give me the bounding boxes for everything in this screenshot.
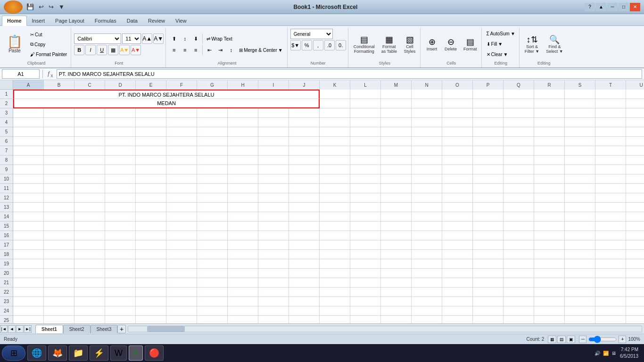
cell-K14[interactable] [320,212,350,222]
cell-A9[interactable] [13,165,44,174]
cell-C7[interactable] [74,146,105,156]
fill-button[interactable]: ⬇ Fill ▼ [485,39,505,49]
cell-A20[interactable] [13,269,44,278]
cell-J18[interactable] [289,250,320,259]
cell-I17[interactable] [258,240,289,250]
cell-H11[interactable] [228,184,258,193]
cell-G17[interactable] [197,240,228,250]
cell-D12[interactable] [105,193,136,203]
cell-U23[interactable] [626,297,644,306]
cell-U16[interactable] [626,231,644,240]
cell-E4[interactable] [136,118,166,127]
col-header-O[interactable]: O [442,80,473,90]
cell-F7[interactable] [166,146,197,156]
cell-U22[interactable] [626,288,644,297]
cell-E19[interactable] [136,259,166,269]
cell-U5[interactable] [626,127,644,137]
cell-N21[interactable] [412,278,442,288]
formula-input[interactable] [57,69,642,79]
cell-K24[interactable] [320,306,350,316]
cell-H23[interactable] [228,297,258,306]
cell-U24[interactable] [626,306,644,316]
cell-D17[interactable] [105,240,136,250]
cell-N12[interactable] [412,193,442,203]
start-button[interactable]: ⊞ [2,346,25,361]
row-num-9[interactable]: 9 [0,165,13,174]
cell-T16[interactable] [595,231,626,240]
align-right-btn[interactable]: ≡ [190,45,201,55]
sheet-add-btn[interactable]: + [117,325,126,333]
cell-R5[interactable] [534,127,565,137]
cell-R2[interactable] [534,99,565,108]
cell-I9[interactable] [258,165,289,174]
cell-H21[interactable] [228,278,258,288]
cell-B17[interactable] [44,240,74,250]
cell-T21[interactable] [595,278,626,288]
cell-K22[interactable] [320,288,350,297]
cell-S24[interactable] [565,306,595,316]
cell-Q18[interactable] [504,250,534,259]
copy-button[interactable]: ⧉ Copy [28,40,69,49]
cell-J19[interactable] [289,259,320,269]
cell-R9[interactable] [534,165,565,174]
cell-O23[interactable] [442,297,473,306]
cell-R4[interactable] [534,118,565,127]
cell-B22[interactable] [44,288,74,297]
cell-S23[interactable] [565,297,595,306]
cell-L1[interactable] [350,90,381,99]
cell-R11[interactable] [534,184,565,193]
cell-H18[interactable] [228,250,258,259]
cell-C23[interactable] [74,297,105,306]
cell-P14[interactable] [473,212,504,222]
col-header-L[interactable]: L [350,80,381,90]
bold-button[interactable]: B [74,45,84,55]
row-num-3[interactable]: 3 [0,108,13,118]
cell-D14[interactable] [105,212,136,222]
cell-O16[interactable] [442,231,473,240]
cell-K2[interactable] [320,99,350,108]
cell-F19[interactable] [166,259,197,269]
col-header-G[interactable]: G [197,80,228,90]
cell-T25[interactable] [595,316,626,323]
cell-B13[interactable] [44,203,74,212]
col-header-M[interactable]: M [381,80,412,90]
cell-B20[interactable] [44,269,74,278]
row-num-19[interactable]: 19 [0,259,13,269]
cell-M20[interactable] [381,269,412,278]
delete-cells-button[interactable]: ⊖ Delete [442,36,459,53]
row-num-23[interactable]: 23 [0,297,13,306]
cell-C5[interactable] [74,127,105,137]
cell-T8[interactable] [595,156,626,165]
zoom-out-btn[interactable]: ─ [579,336,586,343]
cell-H4[interactable] [228,118,258,127]
cell-O22[interactable] [442,288,473,297]
cell-O12[interactable] [442,193,473,203]
sort-filter-button[interactable]: ↕⇅ Sort &Filter ▼ [522,34,542,55]
cell-S9[interactable] [565,165,595,174]
cell-L6[interactable] [350,137,381,146]
underline-button[interactable]: U [97,45,107,55]
cell-B18[interactable] [44,250,74,259]
cell-G8[interactable] [197,156,228,165]
cell-G10[interactable] [197,174,228,184]
cell-T5[interactable] [595,127,626,137]
col-header-E[interactable]: E [136,80,166,90]
merge-center-button[interactable]: ⊞ Merge & Center ▼ [237,45,285,55]
cell-Q12[interactable] [504,193,534,203]
cell-E20[interactable] [136,269,166,278]
cell-B14[interactable] [44,212,74,222]
align-left-btn[interactable]: ≡ [169,45,179,55]
cell-B3[interactable] [44,108,74,118]
cell-P21[interactable] [473,278,504,288]
cell-O3[interactable] [442,108,473,118]
cell-S7[interactable] [565,146,595,156]
cell-B5[interactable] [44,127,74,137]
cell-N4[interactable] [412,118,442,127]
cell-S6[interactable] [565,137,595,146]
cell-Q17[interactable] [504,240,534,250]
cell-B11[interactable] [44,184,74,193]
cell-T6[interactable] [595,137,626,146]
cell-P15[interactable] [473,222,504,231]
cell-S21[interactable] [565,278,595,288]
cell-C10[interactable] [74,174,105,184]
